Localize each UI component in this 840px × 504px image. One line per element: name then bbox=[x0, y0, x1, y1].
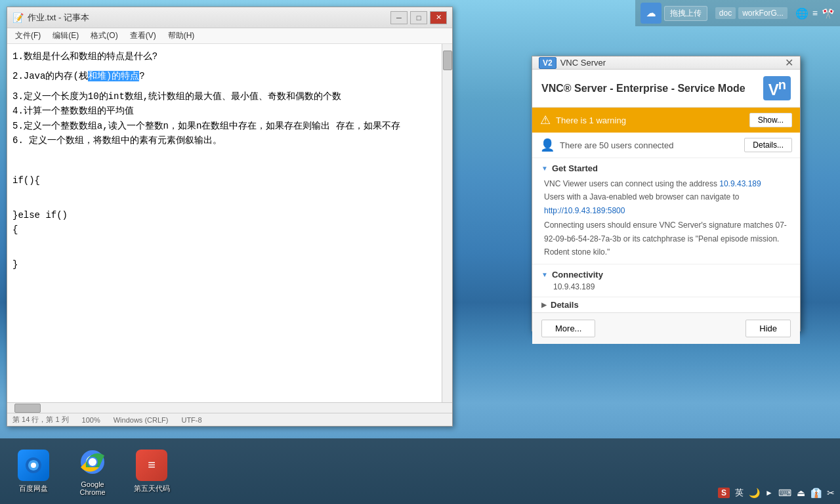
moon-icon[interactable]: 🌙 bbox=[749, 488, 760, 498]
connectivity-arrow-icon: ▼ bbox=[541, 271, 548, 278]
shirt-icon[interactable]: 👔 bbox=[810, 488, 822, 498]
vnc-url-link[interactable]: http://10.9.43.189:5800 bbox=[544, 206, 625, 215]
maximize-button[interactable]: □ bbox=[410, 11, 427, 24]
scroll-thumb-h[interactable] bbox=[14, 404, 41, 413]
notepad-window: 📝 作业.txt - 记事本 ─ □ ✕ 文件(F) 编辑(E) 格式(O) 查… bbox=[7, 7, 453, 427]
scroll-thumb-v[interactable] bbox=[443, 51, 452, 70]
vnc-show-button[interactable]: Show... bbox=[749, 113, 792, 127]
menu-view[interactable]: 查看(V) bbox=[125, 29, 161, 43]
notepad-status-3: Windows (CRLF) bbox=[114, 416, 169, 424]
top-toolbar: ☁ 拖拽上传 doc workForG... 🌐 ≡ 🎌 bbox=[635, 0, 840, 26]
fifth-day-code-icon: ≡ bbox=[136, 450, 167, 481]
vnc-logo-large: Vn bbox=[763, 76, 791, 100]
eject-icon[interactable]: ⏏ bbox=[797, 488, 805, 498]
menu-edit[interactable]: 编辑(E) bbox=[47, 29, 84, 43]
menu-format[interactable]: 格式(O) bbox=[85, 29, 123, 43]
vnc-get-started-header[interactable]: ▼ Get Started bbox=[541, 163, 791, 173]
network-icon: ≡ bbox=[812, 8, 818, 18]
menu-help[interactable]: 帮助(H) bbox=[163, 29, 200, 43]
svg-point-4 bbox=[89, 458, 96, 466]
google-chrome-label: Google Chrome bbox=[70, 480, 116, 496]
warning-icon: ⚠ bbox=[540, 113, 551, 127]
text-line-blank3 bbox=[12, 242, 439, 257]
text-line-5: 5.定义一个整数数组a,读入一个整数n，如果n在数组中存在，如果存在则输出 存在… bbox=[12, 119, 439, 133]
vnc-details-button[interactable]: Details... bbox=[744, 138, 792, 152]
taskbar-icon-chrome[interactable]: Google Chrome bbox=[70, 446, 116, 496]
baidu-netdisk-label: 百度网盘 bbox=[19, 484, 48, 494]
notepad-titlebar: 📝 作业.txt - 记事本 ─ □ ✕ bbox=[7, 7, 452, 28]
vnc-close-button[interactable]: ✕ bbox=[785, 56, 793, 69]
text-line-1: 1.数组是什么和数组的特点是什么? bbox=[12, 49, 439, 64]
vnc-warning-text: There is 1 warning bbox=[556, 116, 744, 125]
text-line-2: 2.Java的内存(栈和堆)的特点? bbox=[12, 69, 439, 83]
horizontal-scrollbar[interactable] bbox=[7, 402, 452, 413]
arrow-icon[interactable]: ► bbox=[765, 488, 773, 497]
vnc-warning-banner: ⚠ There is 1 warning Show... bbox=[532, 108, 800, 133]
flag-icon: 🎌 bbox=[822, 7, 835, 20]
notepad-status-1: 第 14 行，第 1 列 bbox=[12, 415, 69, 425]
taskbar-icon-baidu[interactable]: 百度网盘 bbox=[10, 450, 56, 494]
get-started-arrow-icon: ▼ bbox=[541, 165, 548, 172]
text-line-blank2 bbox=[12, 193, 439, 207]
get-started-line1: VNC Viewer users can connect using the a… bbox=[544, 177, 791, 190]
vnc-hide-button[interactable]: Hide bbox=[746, 320, 791, 337]
vnc-more-button[interactable]: More... bbox=[541, 320, 595, 337]
details-arrow-icon: ▶ bbox=[541, 301, 547, 308]
vnc-users-row: 👤 There are 50 users connected Details..… bbox=[532, 133, 800, 158]
vnc-header-title: VNC® Server - Enterprise - Service Mode bbox=[541, 83, 746, 94]
notepad-status-4: UTF-8 bbox=[181, 416, 201, 424]
system-tray: S 英 🌙 ► ⌨ ⏏ 👔 ✂ bbox=[718, 487, 835, 499]
scissors-icon[interactable]: ✂ bbox=[827, 488, 835, 498]
fifth-day-code-label: 第五天代码 bbox=[134, 484, 170, 494]
user-icon: 👤 bbox=[540, 138, 555, 152]
window-controls: ─ □ ✕ bbox=[390, 11, 447, 24]
get-started-line2: Users with a Java-enabled web browser ca… bbox=[544, 190, 791, 217]
vnc-ip-link[interactable]: 10.9.43.189 bbox=[719, 179, 761, 188]
doc-label: doc bbox=[715, 7, 736, 19]
vnc-logo-icon: V2 bbox=[539, 57, 556, 69]
notepad-icon: 📝 bbox=[12, 12, 24, 23]
text-line-else: }else if() bbox=[12, 208, 439, 222]
vnc-title: VNC Server bbox=[560, 58, 606, 68]
text-line-6: 6. 定义一个数组，将数组中的素有元素倒叙输出。 bbox=[12, 133, 439, 148]
upload-button[interactable]: 拖拽上传 bbox=[664, 6, 707, 21]
details-label: Details bbox=[551, 300, 579, 310]
language-icon: 🌐 bbox=[795, 7, 808, 20]
notepad-content[interactable]: 1.数组是什么和数组的特点是什么? 2.Java的内存(栈和堆)的特点? 3.定… bbox=[7, 44, 452, 402]
taskbar: 百度网盘 Google Chrome ≡ 第五天代码 bbox=[0, 438, 840, 504]
work-label: workForG... bbox=[738, 7, 788, 19]
vnc-connectivity-ip: 10.9.43.189 bbox=[541, 282, 791, 291]
vertical-scrollbar[interactable] bbox=[442, 44, 452, 402]
google-chrome-icon bbox=[77, 446, 108, 478]
text-line-blank bbox=[12, 158, 439, 173]
get-started-line3: Connecting users should ensure VNC Serve… bbox=[544, 219, 791, 259]
minimize-button[interactable]: ─ bbox=[390, 11, 408, 24]
notepad-menubar: 文件(F) 编辑(E) 格式(O) 查看(V) 帮助(H) bbox=[7, 28, 452, 44]
close-button[interactable]: ✕ bbox=[430, 11, 447, 24]
vnc-details-section[interactable]: ▶ Details bbox=[532, 297, 800, 312]
sougou-s-icon[interactable]: S bbox=[718, 488, 730, 498]
notepad-status-2: 100% bbox=[82, 416, 100, 424]
vnc-header: VNC® Server - Enterprise - Service Mode … bbox=[532, 70, 800, 108]
taskbar-icon-fifth[interactable]: ≡ 第五天代码 bbox=[129, 450, 175, 494]
vnc-get-started-section: ▼ Get Started VNC Viewer users can conne… bbox=[532, 158, 800, 264]
vnc-titlebar: V2 VNC Server ✕ bbox=[532, 56, 800, 70]
baidu-cloud-icon[interactable]: ☁ bbox=[640, 3, 662, 24]
vnc-footer: More... Hide bbox=[532, 312, 800, 344]
vnc-users-text: There are 50 users connected bbox=[560, 140, 739, 150]
desktop: ☁ 拖拽上传 doc workForG... 🌐 ≡ 🎌 📝 作业.txt - … bbox=[0, 0, 840, 504]
keyboard-icon[interactable]: ⌨ bbox=[778, 488, 791, 498]
baidu-netdisk-icon bbox=[18, 450, 49, 481]
text-line-4: 4.计算一个整数数组的平均值 bbox=[12, 104, 439, 118]
vnc-connectivity-section: ▼ Connectivity 10.9.43.189 bbox=[532, 264, 800, 297]
get-started-label: Get Started bbox=[552, 163, 598, 173]
text-line-3: 3.定义一个长度为10的int数组,统计数组的最大值、最小值、奇数和偶数的个数 bbox=[12, 89, 439, 104]
highlighted-text: 和堆)的特点 bbox=[88, 71, 139, 81]
input-method-icon[interactable]: 英 bbox=[735, 487, 744, 499]
text-line-brace1: { bbox=[12, 222, 439, 237]
vnc-connectivity-header[interactable]: ▼ Connectivity bbox=[541, 270, 791, 280]
notepad-title: 作业.txt - 记事本 bbox=[28, 12, 89, 24]
connectivity-label: Connectivity bbox=[552, 270, 603, 280]
notepad-statusbar: 第 14 行，第 1 列 100% Windows (CRLF) UTF-8 bbox=[7, 413, 452, 426]
menu-file[interactable]: 文件(F) bbox=[10, 29, 46, 43]
